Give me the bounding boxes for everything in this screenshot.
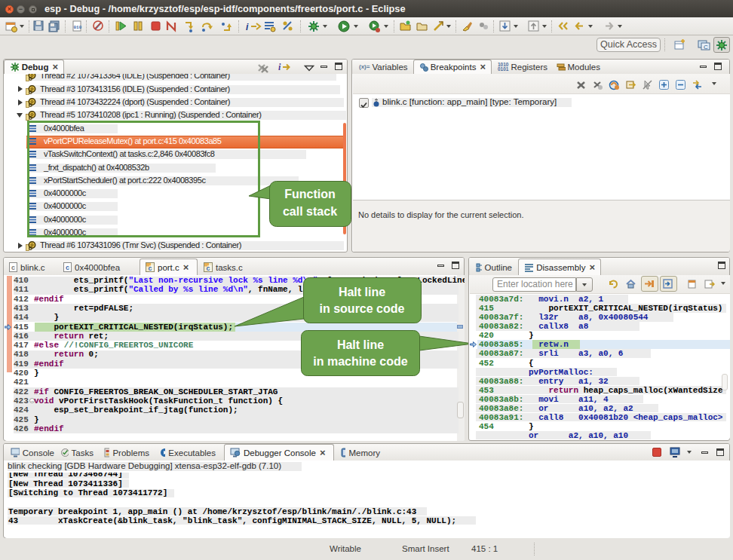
- svg-text:Halt line: Halt line: [339, 286, 385, 298]
- svg-text:c: c: [207, 265, 210, 272]
- svg-text:c: c: [11, 264, 15, 271]
- svg-text:010: 010: [74, 25, 82, 30]
- svg-text:c: c: [149, 265, 152, 272]
- svg-text:in source code: in source code: [320, 302, 405, 315]
- svg-text:Function: Function: [284, 188, 336, 200]
- svg-text:Halt line: Halt line: [337, 338, 384, 351]
- svg-text:C: C: [704, 44, 708, 50]
- svg-text:call stack: call stack: [283, 205, 337, 218]
- svg-text:c: c: [66, 264, 69, 271]
- svg-text:in machine code: in machine code: [313, 355, 407, 368]
- svg-text:i: i: [278, 62, 281, 72]
